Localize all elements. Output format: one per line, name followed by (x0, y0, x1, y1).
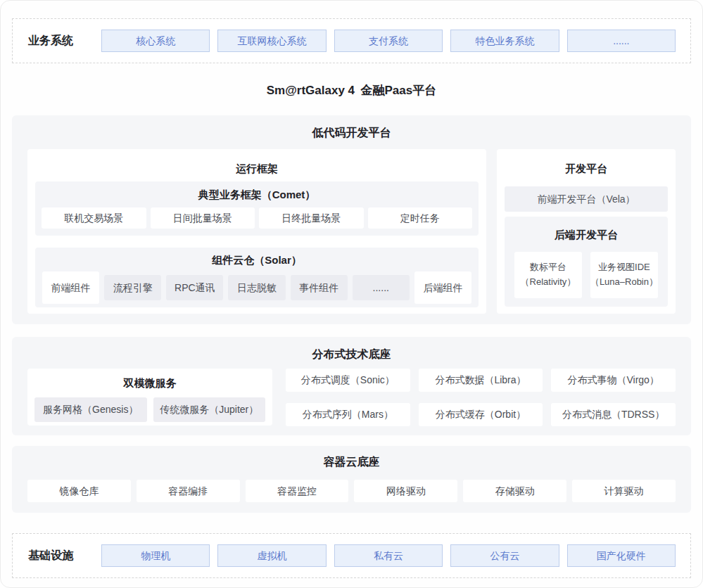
dev-platform-title: 开发平台 (497, 149, 676, 176)
infrastructure-strip: 基础设施 物理机 虚拟机 私有云 公有云 国产化硬件 (12, 533, 691, 578)
business-chip-special: 特色业务系统 (450, 30, 559, 52)
traditional-microservice-jupiter-box: 传统微服务（Jupiter） (153, 397, 266, 422)
solar-component-title: 组件云仓（Solar） (35, 248, 479, 267)
distributed-sequence-mars-box: 分布式序列（Mars） (286, 403, 410, 426)
runtime-framework-panel: 运行框架 典型业务框架（Comet） 联机交易场景 日间批量场景 日终批量场景 … (27, 149, 486, 314)
business-chip-payment: 支付系统 (334, 30, 443, 52)
infrastructure-label: 基础设施 (13, 549, 101, 563)
business-systems-strip: 业务系统 核心系统 互联网核心系统 支付系统 特色业务系统 ...... (12, 18, 691, 63)
solar-component-panel: 组件云仓（Solar） 前端组件 流程引擎 RPC通讯 日志脱敏 事件组件 ..… (35, 248, 479, 307)
solar-box-more: ...... (353, 275, 410, 300)
solar-box-frontend-components: 前端组件 (42, 271, 99, 304)
dual-mode-items-row: 服务网格（Genesis） 传统微服务（Jupiter） (27, 390, 272, 422)
business-systems-items: 核心系统 互联网核心系统 支付系统 特色业务系统 ...... (101, 30, 676, 52)
runtime-framework-title: 运行框架 (27, 149, 486, 176)
luna-robin-ide-box: 业务视图IDE （Luna–Robin） (590, 252, 658, 298)
comet-box-online-trade: 联机交易场景 (42, 207, 146, 229)
infra-chip-private-cloud: 私有云 (334, 544, 443, 567)
business-chip-core: 核心系统 (101, 30, 210, 52)
image-registry-box: 镜像仓库 (27, 480, 131, 502)
solar-box-process-engine: 流程引擎 (104, 275, 161, 300)
distributed-services-grid: 分布式调度（Sonic） 分布式数据（Libra） 分布式事物（Virgo） 分… (286, 369, 676, 426)
relativity-platform-box: 数标平台 （Relativity） (514, 252, 582, 298)
solar-box-log-masking: 日志脱敏 (228, 275, 285, 300)
service-mesh-genesis-box: 服务网格（Genesis） (34, 397, 147, 422)
distributed-base-title: 分布式技术底座 (12, 337, 691, 362)
architecture-diagram: 业务系统 核心系统 互联网核心系统 支付系统 特色业务系统 ...... Sm@… (0, 0, 703, 588)
solar-box-backend-components: 后端组件 (414, 271, 471, 304)
distributed-data-libra-box: 分布式数据（Libra） (419, 369, 543, 392)
comet-box-intraday-batch: 日间批量场景 (151, 207, 255, 229)
infra-chip-physical-machine: 物理机 (101, 544, 210, 567)
lowcode-platform-title: 低代码开发平台 (12, 115, 691, 141)
dual-mode-microservice-panel: 双模微服务 服务网格（Genesis） 传统微服务（Jupiter） (27, 369, 272, 426)
dev-platform-panel: 开发平台 前端开发平台（Vela） 后端开发平台 数标平台 （Relativit… (497, 149, 676, 314)
dual-mode-microservice-title: 双模微服务 (27, 369, 272, 390)
lowcode-platform-section: 低代码开发平台 运行框架 典型业务框架（Comet） 联机交易场景 日间批量场景… (12, 115, 691, 324)
comet-box-eod-batch: 日终批量场景 (259, 207, 364, 229)
business-chip-more: ...... (567, 30, 676, 52)
distributed-cache-orbit-box: 分布式缓存（Orbit） (419, 403, 543, 426)
frontend-dev-platform-box: 前端开发平台（Vela） (505, 186, 668, 212)
backend-dev-items-row: 数标平台 （Relativity） 业务视图IDE （Luna–Robin） (505, 242, 668, 298)
infrastructure-items: 物理机 虚拟机 私有云 公有云 国产化硬件 (101, 544, 676, 567)
comet-framework-title: 典型业务框架（Comet） (35, 181, 479, 202)
distributed-scheduling-sonic-box: 分布式调度（Sonic） (286, 369, 410, 392)
solar-box-rpc: RPC通讯 (166, 275, 223, 300)
luna-robin-ide-name: 业务视图IDE (590, 260, 658, 275)
luna-robin-ide-code: （Luna–Robin） (590, 275, 658, 290)
business-systems-label: 业务系统 (13, 34, 101, 49)
distributed-transaction-virgo-box: 分布式事物（Virgo） (551, 369, 676, 392)
relativity-platform-name: 数标平台 (514, 260, 582, 275)
distributed-message-tdrss-box: 分布式消息（TDRSS） (551, 403, 676, 426)
container-orchestration-box: 容器编排 (137, 480, 240, 502)
distributed-base-section: 分布式技术底座 双模微服务 服务网格（Genesis） 传统微服务（Jupite… (12, 337, 691, 435)
infra-chip-domestic-hardware: 国产化硬件 (567, 544, 676, 567)
storage-driver-box: 存储驱动 (463, 480, 566, 502)
platform-title: Sm@rtGalaxy 4 金融Paas平台 (1, 82, 702, 98)
solar-items-row: 前端组件 流程引擎 RPC通讯 日志脱敏 事件组件 ...... 后端组件 (35, 267, 479, 304)
container-cloud-title: 容器云底座 (12, 446, 691, 470)
container-monitoring-box: 容器监控 (246, 480, 349, 502)
backend-dev-platform-panel: 后端开发平台 数标平台 （Relativity） 业务视图IDE （Luna–R… (505, 217, 668, 307)
infra-chip-public-cloud: 公有云 (450, 544, 559, 567)
container-items-row: 镜像仓库 容器编排 容器监控 网络驱动 存储驱动 计算驱动 (12, 470, 691, 502)
comet-framework-panel: 典型业务框架（Comet） 联机交易场景 日间批量场景 日终批量场景 定时任务 (35, 181, 479, 236)
relativity-platform-code: （Relativity） (514, 275, 582, 290)
backend-dev-platform-title: 后端开发平台 (505, 217, 668, 242)
comet-box-scheduled-task: 定时任务 (368, 207, 473, 229)
compute-driver-box: 计算驱动 (572, 480, 676, 502)
container-cloud-section: 容器云底座 镜像仓库 容器编排 容器监控 网络驱动 存储驱动 计算驱动 (12, 446, 691, 513)
network-driver-box: 网络驱动 (354, 480, 457, 502)
business-chip-internet-core: 互联网核心系统 (217, 30, 326, 52)
comet-items-row: 联机交易场景 日间批量场景 日终批量场景 定时任务 (35, 202, 479, 229)
infra-chip-virtual-machine: 虚拟机 (217, 544, 326, 567)
solar-box-event-components: 事件组件 (291, 275, 348, 300)
